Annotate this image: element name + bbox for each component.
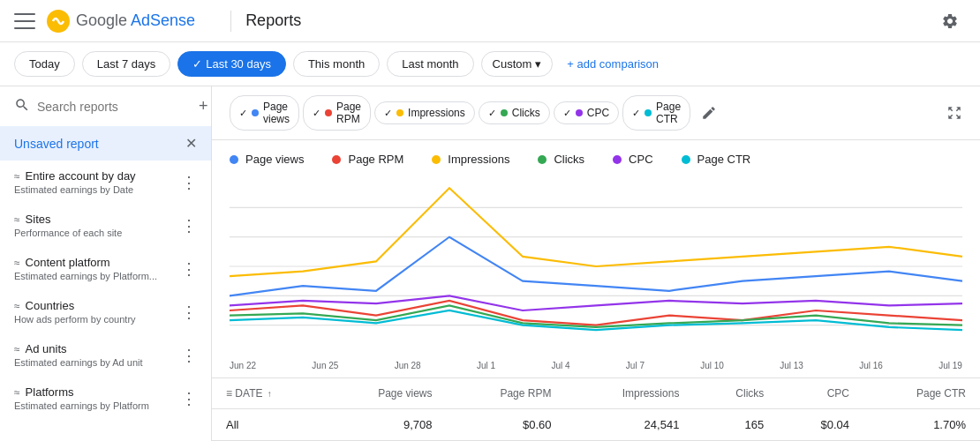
check-icon-2: ✓ [384, 108, 392, 119]
main-layout: + Unsaved report ✕ ≈ Entire account by d… [0, 86, 980, 441]
sidebar-item-3[interactable]: ≈ Countries How ads perform by country ⋮ [0, 290, 211, 333]
search-input[interactable] [37, 100, 192, 114]
table-header-1: Page views [323, 378, 447, 409]
metric-tab-label-0: Page views [263, 101, 290, 125]
metric-tab-page-ctr[interactable]: ✓ Page CTR [622, 95, 690, 131]
sidebar-item-label-4: ≈ Ad units [14, 342, 143, 355]
check-icon-1: ✓ [313, 108, 320, 119]
sidebar-item-content-4: ≈ Ad units Estimated earnings by Ad unit [14, 342, 143, 368]
more-options-icon-0[interactable]: ⋮ [181, 173, 197, 192]
chart-legend: Page views Page RPM Impressions Clicks C… [212, 140, 980, 178]
table-header-6: Page CTR [863, 378, 980, 409]
more-options-icon-3[interactable]: ⋮ [181, 303, 197, 322]
table-cell-0-4: 165 [693, 409, 778, 441]
more-options-icon-5[interactable]: ⋮ [181, 389, 197, 408]
metric-tab-label-4: CPC [587, 107, 609, 119]
legend-label-2: Impressions [448, 153, 509, 166]
legend-label-3: Clicks [554, 153, 584, 166]
logo: Google AdSense [46, 9, 195, 34]
legend-label-5: Page CTR [697, 153, 751, 166]
last7-button[interactable]: Last 7 days [82, 51, 171, 77]
table-header-0[interactable]: ≡ DATE ↑ [212, 378, 323, 409]
report-icon-2: ≈ [14, 257, 20, 269]
metric-tab-label-2: Impressions [408, 107, 465, 119]
legend-item-0: Page views [230, 153, 304, 166]
metric-tab-cpc[interactable]: ✓ CPC [554, 101, 619, 124]
report-icon-5: ≈ [14, 386, 20, 399]
report-icon-0: ≈ [14, 170, 20, 183]
sidebar-item-content-2: ≈ Content platform Estimated earnings by… [14, 256, 157, 281]
add-comparison-button[interactable]: + add comparison [560, 52, 666, 76]
metric-tab-page-rpm[interactable]: ✓ Page RPM [303, 95, 371, 131]
x-label-5: Jul 7 [626, 361, 645, 370]
x-axis-labels: Jun 22Jun 25Jun 28Jul 1Jul 4Jul 7Jul 10J… [212, 357, 980, 377]
check-icon: ✓ [192, 57, 202, 71]
sidebar-item-2[interactable]: ≈ Content platform Estimated earnings by… [0, 247, 211, 290]
x-label-8: Jul 16 [859, 361, 883, 370]
search-icon [14, 97, 30, 116]
x-label-9: Jul 19 [939, 361, 962, 370]
sidebar-item-sub-1: Performance of each site [14, 228, 122, 238]
custom-button[interactable]: Custom ▾ [481, 51, 554, 77]
check-icon-4: ✓ [563, 108, 571, 119]
logo-text: Google AdSense [76, 11, 195, 30]
date-filter-bar: Today Last 7 days ✓ Last 30 days This mo… [0, 42, 980, 86]
metric-dot-3 [501, 109, 508, 116]
separator [230, 11, 231, 32]
table-format-icon[interactable]: ≡ [226, 387, 232, 400]
report-icon-3: ≈ [14, 300, 20, 312]
chart-container [212, 178, 980, 357]
page-title: Reports [245, 11, 301, 30]
metric-tab-label-3: Clicks [512, 107, 540, 119]
sidebar-item-5[interactable]: ≈ Platforms Estimated earnings by Platfo… [0, 377, 211, 420]
legend-dot-5 [682, 155, 690, 164]
edit-icon[interactable] [701, 105, 717, 121]
table-cell-0-6: 1.70% [863, 409, 980, 441]
more-options-icon-2[interactable]: ⋮ [181, 259, 197, 279]
sidebar-item-4[interactable]: ≈ Ad units Estimated earnings by Ad unit… [0, 333, 211, 377]
check-icon-3: ✓ [488, 108, 496, 119]
legend-item-2: Impressions [432, 153, 509, 166]
sidebar-item-label-1: ≈ Sites [14, 213, 122, 226]
sidebar-item-0[interactable]: ≈ Entire account by day Estimated earnin… [0, 161, 211, 204]
sidebar-item-1[interactable]: ≈ Sites Performance of each site ⋮ [0, 204, 211, 247]
table-cell-0-2: $0.60 [447, 409, 566, 441]
legend-label-1: Page RPM [348, 153, 403, 166]
add-report-button[interactable]: + [199, 97, 208, 116]
table-header-4: Clicks [693, 378, 778, 409]
metric-tab-clicks[interactable]: ✓ Clicks [479, 101, 550, 124]
thismonth-button[interactable]: This month [293, 51, 380, 77]
gear-icon [941, 12, 959, 30]
sidebar-active-item[interactable]: Unsaved report ✕ [0, 126, 211, 161]
legend-item-3: Clicks [538, 153, 584, 166]
legend-label-0: Page views [245, 153, 304, 166]
data-table: ≡ DATE ↑Page viewsPage RPMImpressionsCli… [212, 377, 980, 441]
adsense-logo-icon [46, 9, 71, 34]
x-label-6: Jul 10 [700, 361, 724, 370]
today-button[interactable]: Today [14, 51, 75, 77]
more-options-icon-4[interactable]: ⋮ [181, 346, 197, 365]
metric-tab-page-views[interactable]: ✓ Page views [230, 95, 299, 131]
sidebar-item-content-3: ≈ Countries How ads perform by country [14, 299, 136, 325]
table-cell-0-3: 24,541 [565, 409, 693, 441]
x-label-0: Jun 22 [230, 361, 256, 370]
sidebar-item-content-5: ≈ Platforms Estimated earnings by Platfo… [14, 385, 149, 411]
sort-icon: ↑ [268, 389, 272, 399]
sidebar-item-content-0: ≈ Entire account by day Estimated earnin… [14, 169, 136, 195]
check-icon-0: ✓ [239, 108, 247, 119]
lastmonth-button[interactable]: Last month [387, 51, 473, 77]
last30-button[interactable]: ✓ Last 30 days [177, 51, 286, 77]
legend-dot-1 [332, 155, 341, 164]
legend-label-4: CPC [629, 153, 652, 166]
hamburger-menu[interactable] [14, 11, 35, 32]
legend-item-5: Page CTR [682, 153, 751, 166]
settings-button[interactable] [934, 5, 966, 37]
legend-item-1: Page RPM [332, 153, 403, 166]
sidebar-item-sub-2: Estimated earnings by Platform... [14, 271, 157, 281]
close-report-button[interactable]: ✕ [185, 135, 197, 152]
metric-tabs: ✓ Page views ✓ Page RPM ✓ Impressions ✓ … [212, 86, 980, 140]
expand-icon[interactable] [946, 105, 962, 121]
sidebar-item-sub-5: Estimated earnings by Platform [14, 400, 149, 411]
metric-tab-impressions[interactable]: ✓ Impressions [374, 101, 475, 124]
more-options-icon-1[interactable]: ⋮ [181, 216, 197, 235]
